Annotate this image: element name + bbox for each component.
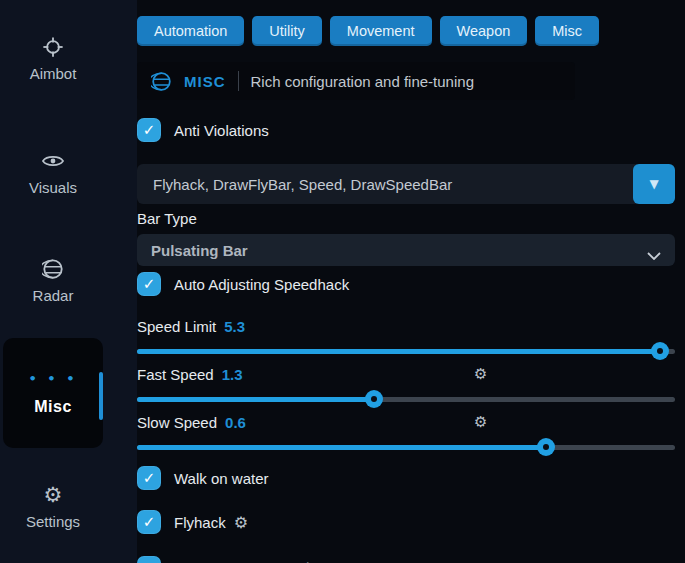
main-panel: Automation Utility Movement Weapon Misc … [137, 0, 685, 563]
crosshair-icon [42, 36, 64, 58]
slow-speed-slider[interactable] [137, 438, 675, 456]
fast-speed-group: Fast Speed 1.3 ⚙ [137, 364, 675, 408]
fast-speed-slider[interactable] [137, 390, 675, 408]
tab-movement[interactable]: Movement [330, 16, 432, 46]
sidebar-item-label: Aimbot [30, 65, 77, 82]
tab-automation[interactable]: Automation [137, 16, 244, 46]
anti-violations-checkbox[interactable]: ✓ [137, 118, 161, 142]
gear-icon: ⚙ [42, 484, 64, 506]
divider [238, 71, 239, 91]
slow-speed-group: Slow Speed 0.6 ⚙ [137, 412, 675, 456]
walk-on-water-row: ✓ Walk on water [137, 466, 675, 490]
anti-violations-label: Anti Violations [174, 122, 269, 139]
speed-limit-slider[interactable] [137, 342, 675, 360]
speed-limit-value: 5.3 [224, 318, 245, 335]
speed-limit-label: Speed Limit [137, 318, 216, 335]
dropdown-arrow-icon: ▼ [649, 177, 658, 191]
sidebar-item-misc-active[interactable]: • • • Misc [3, 338, 103, 448]
gear-icon[interactable]: ⚙ [300, 559, 314, 563]
auto-adjusting-checkbox[interactable]: ✓ [137, 272, 161, 296]
section-subtitle: Rich configuration and fine-tuning [251, 73, 474, 90]
fast-speed-label: Fast Speed [137, 366, 214, 383]
bar-type-value: Pulsating Bar [151, 242, 248, 259]
gear-icon[interactable]: ⚙ [474, 413, 487, 431]
fast-speed-value: 1.3 [222, 366, 243, 383]
disable-collisions-row: ✓ Disable Collisions ⚙ [137, 556, 675, 563]
flyhack-checkbox[interactable]: ✓ [137, 510, 161, 534]
walk-on-water-checkbox[interactable]: ✓ [137, 466, 161, 490]
flyhack-label: Flyhack [174, 514, 226, 531]
sidebar-item-settings[interactable]: ⚙ Settings [0, 484, 106, 530]
section-title: MISC [184, 73, 226, 90]
tab-misc[interactable]: Misc [535, 16, 599, 46]
sidebar-item-label: Misc [34, 398, 72, 416]
category-tabs: Automation Utility Movement Weapon Misc [137, 16, 675, 46]
disable-collisions-checkbox[interactable]: ✓ [137, 556, 161, 563]
dropdown-arrow-button[interactable]: ▼ [633, 164, 675, 204]
slider-fill [137, 445, 546, 450]
anti-violations-row: ✓ Anti Violations [137, 118, 675, 142]
sidebar-item-radar[interactable]: Radar [0, 258, 106, 304]
slider-fill [137, 349, 660, 354]
sidebar: Aimbot Visuals Radar • • • [0, 0, 137, 563]
slow-speed-value: 0.6 [225, 414, 246, 431]
sidebar-item-visuals[interactable]: Visuals [0, 150, 106, 196]
flyhack-row: ✓ Flyhack ⚙ [137, 510, 675, 534]
gear-icon[interactable]: ⚙ [234, 513, 248, 532]
auto-adjusting-row: ✓ Auto Adjusting Speedhack [137, 272, 675, 296]
bar-type-select[interactable]: Pulsating Bar [137, 234, 675, 266]
tab-weapon[interactable]: Weapon [440, 16, 528, 46]
speed-limit-group: Speed Limit 5.3 [137, 316, 675, 360]
globe-icon [151, 71, 172, 92]
eye-icon [42, 150, 64, 172]
sidebar-item-label: Settings [26, 513, 80, 530]
sidebar-item-label: Visuals [29, 179, 77, 196]
chevron-down-icon [647, 246, 661, 254]
slow-speed-slider-handle[interactable] [537, 438, 555, 456]
bar-type-label: Bar Type [137, 210, 675, 228]
globe-icon [42, 258, 64, 280]
fast-speed-slider-handle[interactable] [365, 390, 383, 408]
sidebar-item-aimbot[interactable]: Aimbot [0, 36, 106, 82]
slider-fill [137, 397, 374, 402]
slow-speed-label: Slow Speed [137, 414, 217, 431]
app-window: Aimbot Visuals Radar • • • [0, 0, 685, 563]
sidebar-item-label: Radar [33, 287, 74, 304]
bar-flags-combo: Flyhack, DrawFlyBar, Speed, DrawSpeedBar… [137, 164, 675, 204]
auto-adjusting-label: Auto Adjusting Speedhack [174, 276, 349, 293]
tab-utility[interactable]: Utility [252, 16, 321, 46]
ellipsis-icon: • • • [29, 371, 78, 386]
speed-limit-slider-handle[interactable] [651, 342, 669, 360]
section-header: MISC Rich configuration and fine-tuning [137, 62, 575, 100]
active-indicator-bar [99, 372, 103, 420]
walk-on-water-label: Walk on water [174, 470, 268, 487]
disable-collisions-label: Disable Collisions [174, 560, 292, 563]
gear-icon[interactable]: ⚙ [474, 365, 487, 383]
bar-flags-value[interactable]: Flyhack, DrawFlyBar, Speed, DrawSpeedBar [137, 164, 637, 204]
